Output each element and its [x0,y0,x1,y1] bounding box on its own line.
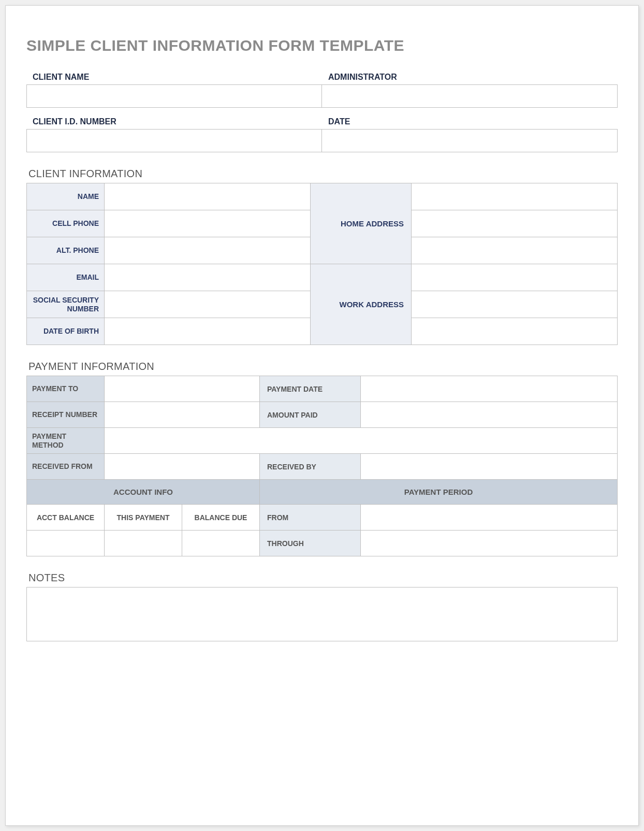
work-address-input-3[interactable] [412,318,618,345]
page-title: SIMPLE CLIENT INFORMATION FORM TEMPLATE [26,37,618,54]
work-address-label: WORK ADDRESS [311,264,412,345]
home-address-label: HOME ADDRESS [311,183,412,264]
payment-to-label: PAYMENT TO [27,376,105,402]
header-fields: CLIENT NAME ADMINISTRATOR CLIENT I.D. NU… [26,73,618,152]
acct-balance-input[interactable] [27,531,105,556]
cell-phone-label: CELL PHONE [27,210,105,237]
client-name-input[interactable] [26,84,322,108]
home-address-input-3[interactable] [412,237,618,264]
administrator-input[interactable] [322,84,618,108]
document-page: SIMPLE CLIENT INFORMATION FORM TEMPLATE … [5,5,639,826]
alt-phone-label: ALT. PHONE [27,237,105,264]
client-info-heading: CLIENT INFORMATION [28,168,618,180]
alt-phone-input[interactable] [105,237,311,264]
received-by-label: RECEIVED BY [260,454,361,480]
payment-info-heading: PAYMENT INFORMATION [28,361,618,372]
through-label: THROUGH [260,531,361,556]
through-input[interactable] [361,531,618,556]
received-from-label: RECEIVED FROM [27,454,105,480]
administrator-label: ADMINISTRATOR [322,73,618,84]
home-address-input-2[interactable] [412,210,618,237]
client-id-input[interactable] [26,129,322,152]
notes-input[interactable] [26,587,618,641]
client-id-label: CLIENT I.D. NUMBER [26,117,322,129]
client-info-table: NAME HOME ADDRESS CELL PHONE ALT. PHONE … [26,183,618,345]
from-label: FROM [260,505,361,531]
work-address-input-2[interactable] [412,291,618,318]
acct-balance-label: ACCT BALANCE [27,505,105,531]
payment-method-label: PAYMENT METHOD [27,428,105,454]
date-label: DATE [322,117,618,129]
cell-phone-input[interactable] [105,210,311,237]
receipt-number-label: RECEIPT NUMBER [27,402,105,428]
email-input[interactable] [105,264,311,291]
email-label: EMAIL [27,264,105,291]
ssn-label: SOCIAL SECURITY NUMBER [27,291,105,318]
client-name-label: CLIENT NAME [26,73,322,84]
notes-heading: NOTES [28,572,618,584]
dob-input[interactable] [105,318,311,345]
balance-due-input[interactable] [182,531,260,556]
this-payment-label: THIS PAYMENT [105,505,182,531]
receipt-number-input[interactable] [105,402,260,428]
amount-paid-input[interactable] [361,402,618,428]
amount-paid-label: AMOUNT PAID [260,402,361,428]
payment-date-input[interactable] [361,376,618,402]
balance-due-label: BALANCE DUE [182,505,260,531]
date-input[interactable] [322,129,618,152]
name-label: NAME [27,183,105,210]
account-info-header: ACCOUNT INFO [27,480,260,505]
dob-label: DATE OF BIRTH [27,318,105,345]
payment-to-input[interactable] [105,376,260,402]
payment-info-table: PAYMENT TO PAYMENT DATE RECEIPT NUMBER A… [26,376,618,556]
payment-method-input[interactable] [105,428,618,454]
work-address-input-1[interactable] [412,264,618,291]
received-by-input[interactable] [361,454,618,480]
payment-period-header: PAYMENT PERIOD [260,480,618,505]
this-payment-input[interactable] [105,531,182,556]
received-from-input[interactable] [105,454,260,480]
name-input[interactable] [105,183,311,210]
home-address-input-1[interactable] [412,183,618,210]
ssn-input[interactable] [105,291,311,318]
from-input[interactable] [361,505,618,531]
payment-date-label: PAYMENT DATE [260,376,361,402]
